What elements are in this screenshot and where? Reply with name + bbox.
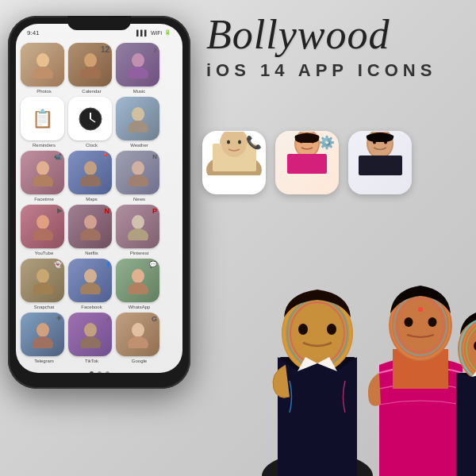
- svg-point-19: [84, 215, 97, 229]
- svg-point-9: [132, 107, 144, 121]
- app-music[interactable]: ♪: [116, 43, 159, 86]
- app-face: [68, 97, 112, 140]
- clock-label: Clock: [70, 143, 113, 148]
- bollywood-illustration: [254, 254, 476, 476]
- app-google[interactable]: G: [116, 313, 159, 356]
- app-whatsapp[interactable]: 💬: [116, 259, 159, 302]
- app-netflix[interactable]: N: [68, 205, 112, 248]
- app-news[interactable]: N: [116, 151, 159, 194]
- status-time: 9:41: [27, 29, 40, 36]
- dot-3: [106, 371, 109, 373]
- calendar-symbol: 12: [101, 45, 109, 54]
- app-grid: 12 ♪ Photos Calendar Music: [16, 41, 182, 368]
- app-facebook[interactable]: f: [68, 259, 112, 302]
- svg-point-11: [36, 161, 49, 175]
- app-reminders[interactable]: 📋: [21, 97, 64, 140]
- page-dots: [16, 368, 182, 373]
- svg-point-68: [418, 307, 423, 312]
- music-label: Music: [117, 89, 161, 94]
- svg-point-23: [36, 269, 49, 283]
- subtitle: iOS 14 APP ICONS: [206, 60, 468, 81]
- youtube-symbol: ▶: [57, 207, 62, 214]
- settings-symbol: ⚙️: [319, 135, 335, 150]
- phone-body: 9:41 ▌▌▌ WiFi 🔋: [8, 16, 190, 389]
- svg-point-14: [80, 175, 101, 186]
- right-panel: Bollywood iOS 14 APP ICONS 📞: [182, 0, 476, 476]
- app-facetime[interactable]: 📹: [21, 151, 64, 194]
- app-row-1: 12 ♪: [21, 43, 178, 86]
- app-row-3: 📹 📍 N: [21, 151, 178, 194]
- row-3-labels: Facetime Maps News: [21, 197, 178, 202]
- svg-point-66: [405, 317, 413, 327]
- svg-point-21: [132, 215, 144, 229]
- app-face: [21, 43, 64, 86]
- signal-icon: ▌▌▌: [136, 30, 148, 36]
- dot-1: [90, 371, 94, 373]
- app-maps[interactable]: 📍: [68, 151, 112, 194]
- app-photos[interactable]: [21, 43, 64, 86]
- svg-point-29: [36, 323, 49, 337]
- youtube-label: YouTube: [22, 251, 66, 255]
- status-icons: ▌▌▌ WiFi 🔋: [136, 29, 171, 36]
- netflix-symbol: N: [105, 207, 110, 215]
- svg-point-26: [80, 282, 101, 294]
- facebook-symbol: f: [107, 261, 109, 269]
- svg-point-30: [33, 336, 53, 348]
- app-youtube[interactable]: ▶: [21, 205, 64, 248]
- app-row-2: 📋: [21, 97, 178, 140]
- tiktok-label: TikTok: [70, 359, 113, 363]
- app-row-6: ✈ ♪ G: [21, 313, 178, 356]
- netflix-label: Netflix: [70, 251, 113, 255]
- icon-face-3: [348, 131, 412, 175]
- row-2-labels: Reminders Clock Weather: [21, 143, 178, 148]
- facebook-label: Facebook: [70, 305, 113, 309]
- row-5-labels: Snapchat Facebook WhatsApp: [21, 305, 178, 309]
- app-clock[interactable]: [68, 97, 112, 140]
- svg-point-15: [132, 161, 144, 175]
- svg-point-20: [80, 228, 101, 240]
- app-tiktok[interactable]: ♪: [68, 313, 112, 356]
- app-pinterest[interactable]: P: [116, 205, 159, 248]
- svg-point-33: [132, 323, 144, 337]
- sample-icon-2[interactable]: ⚙️: [275, 131, 339, 194]
- svg-point-58: [327, 324, 336, 335]
- svg-point-13: [84, 161, 97, 175]
- svg-point-10: [128, 121, 148, 132]
- weather-label: Weather: [117, 143, 161, 148]
- svg-point-57: [298, 324, 308, 335]
- battery-icon: 🔋: [164, 29, 171, 36]
- google-symbol: G: [152, 315, 157, 323]
- news-label: News: [117, 197, 161, 202]
- app-weather[interactable]: [116, 97, 159, 140]
- bottom-illustration: [230, 246, 476, 476]
- maps-label: Maps: [70, 197, 113, 202]
- calendar-label: Calendar: [70, 89, 113, 94]
- svg-point-16: [128, 175, 148, 186]
- app-face: [116, 97, 159, 140]
- row-1-labels: Photos Calendar Music: [21, 89, 178, 94]
- app-snapchat[interactable]: 👻: [21, 259, 64, 302]
- app-face: [68, 259, 112, 302]
- maps-symbol: 📍: [102, 153, 109, 160]
- svg-point-1: [33, 67, 53, 79]
- google-label: Google: [117, 359, 161, 363]
- app-calendar[interactable]: 12: [68, 43, 112, 86]
- phone-symbol: 📞: [246, 135, 262, 150]
- phone-notch: [67, 16, 131, 30]
- sample-icon-1[interactable]: 📞: [202, 131, 266, 194]
- pinterest-symbol: P: [152, 207, 157, 215]
- svg-point-22: [128, 228, 148, 240]
- row-6-labels: Telegram TikTok Google: [21, 359, 178, 363]
- snapchat-label: Snapchat: [22, 305, 66, 309]
- title-area: Bollywood iOS 14 APP ICONS: [206, 14, 468, 81]
- svg-point-67: [428, 317, 437, 327]
- whatsapp-label: WhatsApp: [117, 305, 161, 309]
- svg-point-12: [33, 175, 53, 186]
- facetime-label: Facetime: [22, 197, 66, 202]
- app-row-4: ▶ N P: [21, 205, 178, 248]
- svg-point-17: [36, 215, 49, 229]
- row-4-labels: YouTube Netflix Pinterest: [21, 251, 178, 255]
- app-telegram[interactable]: ✈: [21, 313, 64, 356]
- sample-icon-3[interactable]: [348, 131, 412, 194]
- music-symbol: ♪: [153, 45, 157, 54]
